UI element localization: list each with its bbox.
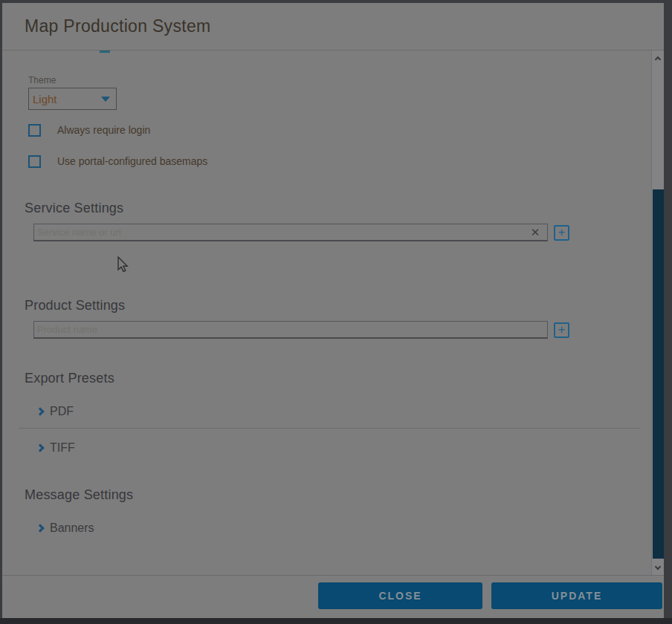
map-production-system-dialog: Map Production System Theme Light Always…	[2, 3, 664, 618]
export-preset-tiff-expander[interactable]: TIFF	[37, 441, 75, 455]
export-presets-heading: Export Presets	[25, 371, 114, 386]
banners-expander[interactable]: Banners	[37, 521, 94, 536]
add-icon: +	[558, 322, 566, 337]
always-require-login-checkbox-row[interactable]: Always require login	[28, 123, 150, 137]
scroll-up-icon	[655, 56, 661, 62]
expander-label: Banners	[50, 521, 94, 535]
service-settings-heading: Service Settings	[25, 201, 123, 216]
dialog-title: Map Production System	[25, 3, 210, 50]
service-input-wrap: ✕	[33, 224, 548, 241]
product-name-input[interactable]	[33, 321, 548, 339]
product-settings-heading: Product Settings	[25, 298, 125, 313]
message-settings-heading: Message Settings	[25, 487, 133, 503]
theme-select-value: Light	[33, 93, 101, 105]
theme-label: Theme	[28, 75, 56, 85]
close-button[interactable]: CLOSE	[318, 582, 482, 609]
scroll-down-icon	[655, 564, 661, 570]
vertical-scrollbar[interactable]	[651, 51, 664, 576]
add-service-button[interactable]: +	[554, 225, 569, 241]
update-button[interactable]: UPDATE	[491, 582, 662, 609]
portal-basemaps-checkbox-row[interactable]: Use portal-configured basemaps	[28, 154, 207, 169]
window-frame-bottom	[0, 618, 672, 624]
checkbox-label: Use portal-configured basemaps	[57, 155, 207, 167]
checkbox-icon[interactable]	[28, 124, 41, 137]
chevron-right-icon	[36, 443, 44, 452]
theme-select[interactable]: Light	[28, 88, 117, 110]
expander-label: PDF	[50, 405, 74, 418]
clear-icon[interactable]: ✕	[529, 226, 542, 239]
product-input-wrap	[33, 321, 548, 339]
chevron-right-icon	[36, 407, 44, 415]
add-icon: +	[558, 225, 566, 239]
service-name-input[interactable]	[33, 224, 548, 241]
caret-down-icon	[101, 97, 110, 102]
mouse-cursor-icon	[117, 256, 129, 274]
footer-divider	[2, 575, 664, 576]
expander-label: TIFF	[50, 441, 75, 455]
checkbox-icon[interactable]	[28, 155, 41, 168]
scrollbar-thumb[interactable]	[653, 189, 664, 559]
scroll-down-button[interactable]	[652, 562, 664, 574]
export-preset-pdf-expander[interactable]: PDF	[37, 404, 74, 419]
chevron-right-icon	[36, 524, 44, 532]
scroll-up-button[interactable]	[652, 52, 664, 65]
dialog-header: Map Production System	[2, 3, 664, 50]
add-product-button[interactable]: +	[554, 322, 569, 338]
checkbox-label: Always require login	[57, 124, 150, 136]
scrolled-element-edge	[100, 51, 110, 53]
preset-divider	[19, 428, 640, 429]
